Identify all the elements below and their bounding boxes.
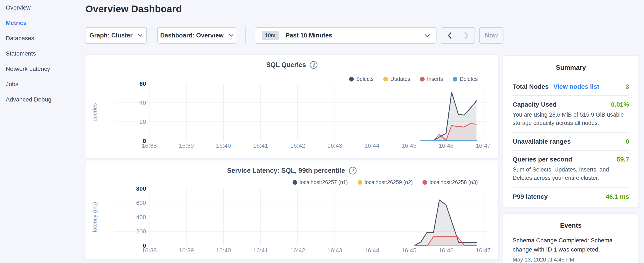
svg-text:16:46: 16:46 — [438, 247, 454, 254]
now-button[interactable]: Now — [479, 27, 504, 44]
time-step-buttons — [441, 27, 475, 44]
summary-label: Unavailable ranges — [512, 138, 571, 145]
svg-text:16:44: 16:44 — [364, 142, 379, 149]
summary-label: P99 latency — [512, 193, 548, 200]
dashboard-dropdown-label: Dashboard: Overview — [160, 32, 224, 39]
summary-row-capacity-used: Capacity Used 0.01% You are using 28.6 M… — [512, 96, 629, 133]
sidebar-item-jobs[interactable]: Jobs — [6, 77, 82, 92]
summary-value: 46.1 ms — [606, 193, 629, 200]
sidebar: Overview Metrics Databases Statements Ne… — [6, 0, 82, 107]
summary-row-unavailable-ranges: Unavailable ranges 0 — [512, 133, 629, 151]
svg-text:20: 20 — [140, 119, 146, 125]
svg-text:latency (ms): latency (ms) — [92, 202, 98, 232]
svg-text:16:45: 16:45 — [402, 247, 416, 254]
summary-label: Queries per second — [512, 156, 572, 163]
service-latency-chart-card: Service Latency: SQL, 99th percentile i … — [85, 160, 498, 259]
svg-text:0: 0 — [143, 138, 146, 144]
graph-dropdown-label: Graph: Cluster — [89, 32, 132, 39]
app-root: Overview Metrics Databases Statements Ne… — [0, 0, 644, 263]
summary-value: 0.01% — [611, 101, 629, 108]
svg-text:16:40: 16:40 — [216, 142, 231, 149]
svg-text:600: 600 — [136, 200, 146, 206]
sql-queries-chart-card: SQL Queries i Selects Updates Inserts De… — [85, 54, 498, 158]
summary-value: 0 — [626, 138, 629, 145]
svg-text:16:41: 16:41 — [253, 247, 268, 254]
svg-text:16:40: 16:40 — [216, 247, 231, 254]
svg-text:0: 0 — [143, 242, 146, 249]
summary-title: Summary — [512, 64, 629, 72]
svg-text:800: 800 — [136, 185, 146, 192]
summary-row-queries-per-second: Queries per second 59.7 Sum of Selects, … — [512, 151, 629, 188]
svg-text:16:47: 16:47 — [476, 247, 490, 254]
controls-divider — [245, 27, 246, 44]
sql-queries-plot[interactable]: 16:3816:3916:4016:4116:4216:4316:4416:45… — [86, 55, 499, 159]
sidebar-item-advanced-debug[interactable]: Advanced Debug — [6, 92, 82, 107]
controls-bar: Graph: Cluster Dashboard: Overview 10m P… — [85, 27, 504, 44]
svg-text:60: 60 — [140, 80, 146, 87]
summary-subtext: Sum of Selects, Updates, Inserts, and De… — [512, 166, 629, 182]
time-prev-button[interactable] — [442, 28, 458, 43]
time-range-select[interactable]: 10m Past 10 Minutes — [255, 27, 436, 44]
svg-text:16:42: 16:42 — [290, 247, 305, 254]
summary-value: 3 — [626, 83, 629, 90]
svg-text:16:39: 16:39 — [179, 247, 194, 254]
time-range-label: Past 10 Minutes — [286, 32, 424, 39]
svg-text:400: 400 — [136, 214, 146, 220]
svg-text:40: 40 — [140, 100, 146, 106]
events-panel: Events Schema Change Completed: Schema c… — [503, 213, 639, 263]
page-title: Overview Dashboard — [86, 4, 182, 15]
sidebar-item-statements[interactable]: Statements — [6, 46, 82, 61]
svg-text:16:47: 16:47 — [476, 142, 490, 149]
events-title: Events — [512, 222, 629, 229]
graph-dropdown[interactable]: Graph: Cluster — [85, 27, 147, 44]
event-list-item[interactable]: Schema Change Completed: Schema change w… — [512, 236, 629, 263]
sidebar-item-overview[interactable]: Overview — [6, 0, 82, 15]
chevron-down-icon — [229, 34, 234, 37]
chevron-down-icon — [138, 34, 142, 37]
chevron-left-icon — [448, 32, 452, 39]
sidebar-item-network-latency[interactable]: Network Latency — [6, 61, 82, 77]
svg-text:16:44: 16:44 — [364, 247, 379, 254]
svg-text:16:39: 16:39 — [179, 142, 194, 149]
svg-text:200: 200 — [136, 228, 146, 235]
summary-value: 59.7 — [617, 156, 629, 163]
view-nodes-link[interactable]: View nodes list — [553, 83, 599, 90]
event-timestamp: May 13, 2020 at 4:45 PM — [512, 256, 629, 263]
chevron-right-icon — [464, 32, 468, 39]
service-latency-plot[interactable]: 16:3816:3916:4016:4116:4216:4316:4416:45… — [86, 160, 499, 260]
svg-text:16:42: 16:42 — [290, 142, 305, 149]
time-range-badge: 10m — [262, 31, 279, 40]
svg-text:16:45: 16:45 — [402, 142, 416, 149]
event-message: Schema Change Completed: Schema change w… — [512, 236, 629, 254]
summary-label: Total Nodes — [512, 83, 548, 90]
summary-label: Capacity Used — [512, 101, 556, 108]
time-next-button[interactable] — [458, 28, 474, 43]
summary-subtext: You are using 28.6 MiB of 515.9 GiB usab… — [512, 111, 629, 127]
svg-text:queries: queries — [92, 103, 98, 121]
sidebar-item-databases[interactable]: Databases — [6, 31, 82, 46]
chevron-down-icon — [424, 34, 430, 37]
summary-row-p99-latency: P99 latency 46.1 ms — [512, 188, 629, 205]
summary-panel: Summary Total Nodes View nodes list 3 Ca… — [503, 55, 639, 207]
svg-text:16:43: 16:43 — [327, 247, 342, 254]
svg-text:16:41: 16:41 — [253, 142, 268, 149]
svg-text:16:43: 16:43 — [327, 142, 342, 149]
sidebar-item-metrics[interactable]: Metrics — [6, 15, 82, 31]
dashboard-dropdown[interactable]: Dashboard: Overview — [157, 27, 236, 44]
summary-row-total-nodes: Total Nodes View nodes list 3 — [512, 78, 629, 96]
svg-text:16:46: 16:46 — [438, 142, 454, 149]
